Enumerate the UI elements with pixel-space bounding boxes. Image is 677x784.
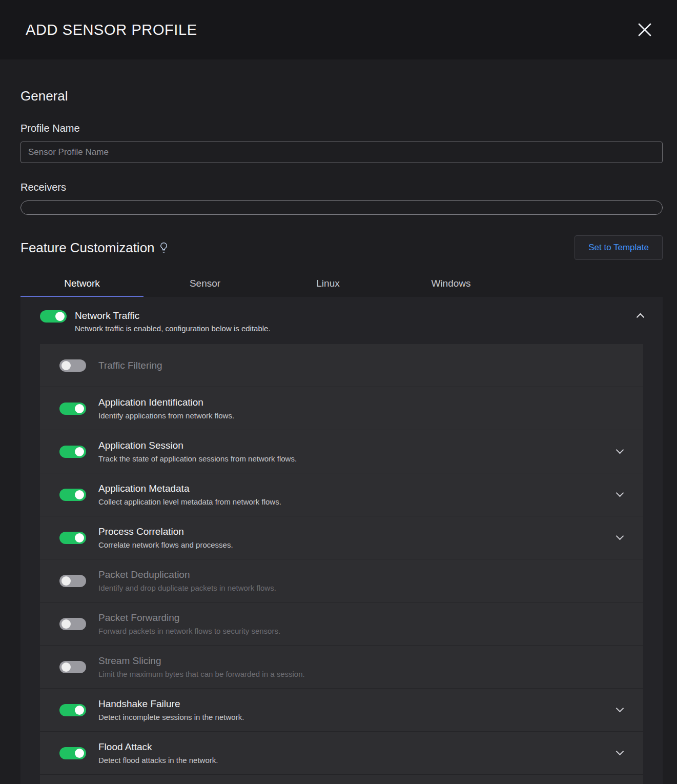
feature-row-flood-attack: Flood AttackDetect flood attacks in the …: [40, 732, 643, 775]
feature-row-stream-slicing: Stream SlicingLimit the maximum bytes th…: [40, 646, 643, 689]
toggle-knob: [75, 490, 84, 499]
feature-title: Flood Attack: [98, 741, 605, 753]
network-traffic-title: Network Traffic: [75, 310, 629, 321]
general-heading: General: [20, 88, 663, 104]
toggle-knob: [61, 662, 71, 672]
feature-description: Identify and drop duplicate packets in n…: [98, 584, 623, 592]
feature-row-packet-deduplication: Packet DeduplicationIdentify and drop du…: [40, 559, 643, 602]
tab-network[interactable]: Network: [20, 271, 143, 297]
toggle-knob: [55, 312, 65, 321]
profile-name-label: Profile Name: [20, 123, 663, 134]
feature-title: Process Correlation: [98, 526, 605, 537]
feature-text: Application IdentificationIdentify appli…: [98, 397, 623, 420]
network-traffic-master-row: Network Traffic Network traffic is enabl…: [40, 310, 643, 333]
toggle-process-correlation[interactable]: [59, 532, 86, 544]
chevron-down-icon[interactable]: [616, 748, 624, 756]
toggle-traffic-filtering[interactable]: [59, 359, 86, 372]
feature-panel: Network Traffic Network traffic is enabl…: [20, 297, 663, 784]
feature-row-handshake-failure: Handshake FailureDetect incomplete sessi…: [40, 689, 643, 732]
feature-title: Traffic Filtering: [98, 360, 623, 371]
toggle-packet-deduplication[interactable]: [59, 575, 86, 587]
feature-text: Process CorrelationCorrelate network flo…: [98, 526, 605, 549]
tab-linux[interactable]: Linux: [266, 271, 389, 297]
feature-customization-heading: Feature Customization: [20, 240, 168, 256]
receivers-input[interactable]: [20, 200, 663, 215]
chevron-down-icon[interactable]: [616, 532, 624, 540]
toggle-knob: [75, 749, 84, 758]
modal-header: ADD SENSOR PROFILE: [0, 0, 677, 59]
feature-title: Application Metadata: [98, 483, 605, 494]
feature-description: Detect flood attacks in the network.: [98, 756, 605, 765]
toggle-flood-attack[interactable]: [59, 747, 86, 759]
chevron-down-icon[interactable]: [616, 489, 624, 497]
toggle-application-session[interactable]: [59, 446, 86, 458]
feature-description: Detect incomplete sessions in the networ…: [98, 713, 605, 721]
toggle-knob: [75, 404, 84, 413]
toggle-application-identification[interactable]: [59, 403, 86, 415]
feature-list: Traffic FilteringApplication Identificat…: [40, 344, 643, 775]
feature-description: Track the state of application sessions …: [98, 454, 605, 463]
toggle-packet-forwarding[interactable]: [59, 618, 86, 630]
receivers-label: Receivers: [20, 182, 663, 193]
modal-content: General Profile Name Receivers Feature C…: [0, 88, 677, 784]
toggle-stream-slicing[interactable]: [59, 661, 86, 673]
network-traffic-description: Network traffic is enabled, configuratio…: [75, 324, 629, 333]
chevron-up-icon[interactable]: [637, 313, 645, 321]
feature-text: Stream SlicingLimit the maximum bytes th…: [98, 655, 623, 678]
toggle-knob: [75, 447, 84, 456]
feature-row-traffic-filtering: Traffic Filtering: [40, 344, 643, 387]
feature-text: Packet ForwardingForward packets in netw…: [98, 612, 623, 635]
feature-text: Application MetadataCollect application …: [98, 483, 605, 506]
chevron-down-icon[interactable]: [616, 446, 624, 454]
network-traffic-toggle[interactable]: [40, 310, 67, 323]
feature-description: Correlate network flows and processes.: [98, 540, 605, 549]
feature-row-application-identification: Application IdentificationIdentify appli…: [40, 387, 643, 430]
feature-description: Forward packets in network flows to secu…: [98, 627, 623, 635]
feature-row-application-metadata: Application MetadataCollect application …: [40, 473, 643, 516]
feature-customization-title: Feature Customization: [20, 240, 155, 256]
feature-title: Packet Deduplication: [98, 569, 623, 580]
feature-text: Traffic Filtering: [98, 360, 623, 371]
close-icon: [637, 22, 652, 37]
toggle-knob: [75, 533, 84, 542]
tab-bar: NetworkSensorLinuxWindows: [20, 271, 663, 297]
feature-title: Stream Slicing: [98, 655, 623, 667]
network-traffic-text: Network Traffic Network traffic is enabl…: [75, 310, 629, 333]
feature-row-packet-forwarding: Packet ForwardingForward packets in netw…: [40, 602, 643, 646]
feature-row-partial: [40, 775, 643, 784]
tab-sensor[interactable]: Sensor: [143, 271, 266, 297]
add-sensor-profile-modal: ADD SENSOR PROFILE General Profile Name …: [0, 0, 677, 784]
feature-text: Application SessionTrack the state of ap…: [98, 440, 605, 463]
feature-text: Packet DeduplicationIdentify and drop du…: [98, 569, 623, 592]
modal-title: ADD SENSOR PROFILE: [26, 22, 197, 38]
feature-row-application-session: Application SessionTrack the state of ap…: [40, 430, 643, 473]
toggle-knob: [61, 619, 71, 629]
toggle-knob: [75, 706, 84, 715]
feature-customization-header: Feature Customization Set to Template: [20, 235, 663, 260]
feature-title: Application Identification: [98, 397, 623, 408]
toggle-knob: [61, 361, 71, 370]
tab-windows[interactable]: Windows: [389, 271, 512, 297]
chevron-down-icon[interactable]: [616, 705, 624, 713]
feature-description: Collect application level metadata from …: [98, 497, 605, 506]
close-button[interactable]: [635, 20, 654, 39]
feature-title: Handshake Failure: [98, 698, 605, 710]
feature-title: Packet Forwarding: [98, 612, 623, 624]
feature-title: Application Session: [98, 440, 605, 451]
feature-description: Identify applications from network flows…: [98, 411, 623, 420]
profile-name-input[interactable]: [20, 142, 663, 163]
toggle-handshake-failure[interactable]: [59, 704, 86, 716]
lightbulb-icon: [160, 242, 168, 253]
toggle-knob: [61, 576, 71, 586]
toggle-application-metadata[interactable]: [59, 489, 86, 501]
feature-text: Flood AttackDetect flood attacks in the …: [98, 741, 605, 765]
set-to-template-button[interactable]: Set to Template: [575, 235, 663, 260]
feature-description: Limit the maximum bytes that can be forw…: [98, 670, 623, 678]
feature-text: Handshake FailureDetect incomplete sessi…: [98, 698, 605, 721]
feature-row-process-correlation: Process CorrelationCorrelate network flo…: [40, 516, 643, 559]
